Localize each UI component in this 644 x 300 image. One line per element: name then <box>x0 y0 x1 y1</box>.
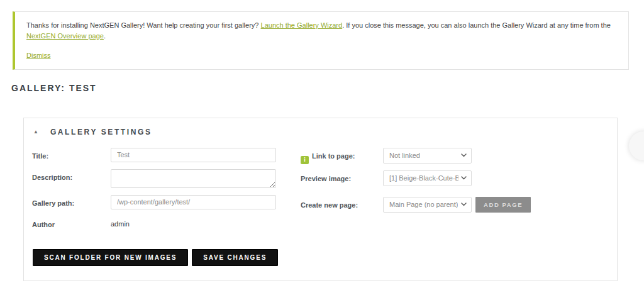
save-changes-button[interactable]: SAVE CHANGES <box>192 249 278 266</box>
notice-text-before: Thanks for installing NextGEN Gallery! W… <box>26 21 261 29</box>
floating-beacon[interactable] <box>629 131 644 160</box>
description-label: Description: <box>32 169 111 181</box>
author-value: admin <box>111 216 130 228</box>
gallery-settings-header[interactable]: ▲ GALLERY SETTINGS <box>24 118 617 146</box>
author-field-row: Author admin <box>32 216 301 228</box>
install-notice: Thanks for installing NextGEN Gallery! W… <box>13 11 629 70</box>
author-label: Author <box>32 216 111 228</box>
notice-text-mid: . If you close this message, you can als… <box>342 21 611 29</box>
create-new-page-label: Create new page: <box>301 201 358 209</box>
nextgen-gallery-admin-page: Thanks for installing NextGEN Gallery! W… <box>0 0 644 300</box>
title-label: Title: <box>32 148 111 160</box>
preview-image-label: Preview image: <box>301 175 351 182</box>
gallery-path-input[interactable] <box>111 195 276 209</box>
link-to-page-select[interactable]: Not linked <box>383 148 472 164</box>
link-to-page-label: Link to page: <box>312 152 355 160</box>
chevron-down-icon <box>461 153 467 157</box>
panel-buttons: SCAN FOLDER FOR NEW IMAGES SAVE CHANGES <box>33 249 617 266</box>
description-field-row: Description: <box>32 169 301 188</box>
link-to-page-row: i Link to page: Not linked <box>301 148 607 164</box>
scan-folder-button[interactable]: SCAN FOLDER FOR NEW IMAGES <box>33 249 188 266</box>
dismiss-link[interactable]: Dismiss <box>26 50 51 61</box>
link-to-page-selected-value: Not linked <box>389 152 420 159</box>
page-title: GALLERY: TEST <box>11 83 644 93</box>
create-new-page-select[interactable]: Main Page (no parent) <box>383 197 472 213</box>
title-field-row: Title: <box>32 148 301 162</box>
notice-text: Thanks for installing NextGEN Gallery! W… <box>26 20 618 41</box>
chevron-down-icon <box>461 176 467 180</box>
gallery-path-label: Gallery path: <box>32 195 111 207</box>
description-textarea[interactable] <box>111 169 276 188</box>
nextgen-overview-page-link[interactable]: NextGEN Overview page <box>26 32 104 40</box>
create-new-page-selected-value: Main Page (no parent) <box>389 201 458 208</box>
notice-text-after: . <box>104 32 106 40</box>
gallery-settings-title: GALLERY SETTINGS <box>50 128 152 136</box>
settings-left-column: Title: Description: Gallery path: Author… <box>32 148 301 235</box>
collapse-arrow-icon[interactable]: ▲ <box>33 129 38 135</box>
create-new-page-row: Create new page: Main Page (no parent) A… <box>301 197 607 213</box>
gallery-settings-body: Title: Description: Gallery path: Author… <box>24 146 617 235</box>
preview-image-row: Preview image: [1] Beige-Black-Cute-Book… <box>301 170 607 186</box>
launch-gallery-wizard-link[interactable]: Launch the Gallery Wizard <box>261 21 343 29</box>
preview-image-selected-value: [1] Beige-Black-Cute-Book-Re <box>389 174 458 182</box>
gallery-path-field-row: Gallery path: <box>32 195 301 209</box>
preview-image-select[interactable]: [1] Beige-Black-Cute-Book-Re <box>383 170 472 186</box>
gallery-settings-panel: ▲ GALLERY SETTINGS Title: Description: G… <box>23 118 618 281</box>
info-icon: i <box>301 156 309 164</box>
title-input[interactable] <box>111 148 276 162</box>
chevron-down-icon <box>461 203 467 206</box>
add-page-button[interactable]: ADD PAGE <box>475 197 531 213</box>
settings-right-column: i Link to page: Not linked Preview image… <box>301 148 607 235</box>
